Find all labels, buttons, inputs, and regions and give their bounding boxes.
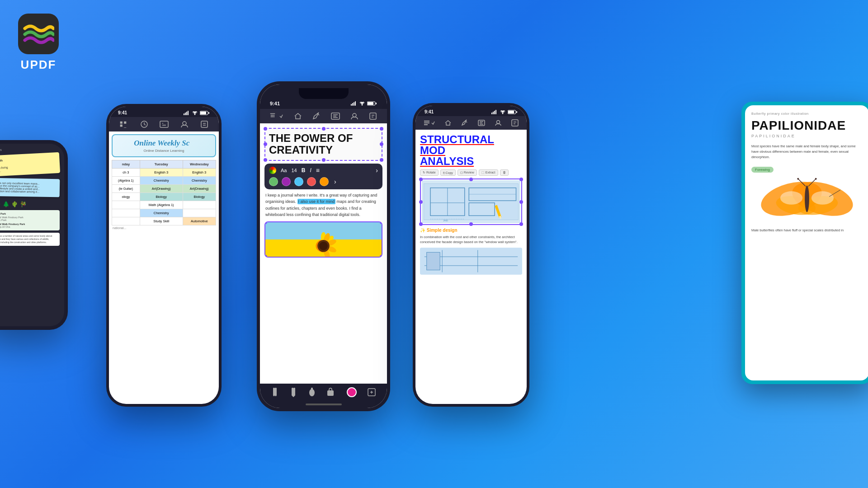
svg-rect-14: [351, 104, 352, 106]
tablet-right: Butterfly primary color illustration PAP…: [741, 102, 868, 384]
svg-point-75: [811, 191, 834, 205]
svg-point-23: [353, 113, 356, 117]
svg-rect-48: [508, 111, 514, 113]
svg-point-12: [183, 122, 186, 125]
phone-structural: 9:41: [413, 103, 529, 407]
svg-rect-15: [352, 103, 353, 106]
svg-rect-52: [512, 120, 518, 126]
svg-point-4: [194, 113, 196, 115]
tablet-category: Butterfly primary color illustration: [751, 112, 863, 116]
svg-rect-69: [427, 252, 440, 270]
chemistry-cell-2: Chemistry: [140, 209, 183, 217]
svg-rect-20: [368, 102, 373, 105]
svg-rect-3: [188, 111, 189, 115]
simple-design-label: ✨ Simple design: [420, 228, 522, 233]
svg-rect-0: [184, 113, 184, 115]
svg-rect-1: [185, 113, 186, 115]
forewing-badge: Forewing: [751, 167, 774, 173]
svg-rect-13: [201, 121, 208, 127]
svg-rect-39: [311, 388, 313, 390]
structural-time: 9:41: [425, 109, 434, 114]
svg-point-74: [780, 191, 802, 205]
schedule-title: Online Weekly Sch: [116, 139, 212, 148]
chemistry-cell: Chemistry: [140, 177, 183, 185]
svg-point-18: [362, 104, 363, 106]
tablet-desc2: Male butterflies often have fluff or spe…: [751, 228, 863, 233]
phone-left-dark: Daily Notes This Math Being maintain liv…: [0, 140, 68, 330]
color-picker[interactable]: [347, 387, 357, 397]
font-size: 14: [291, 168, 297, 173]
svg-rect-21: [376, 103, 377, 104]
svg-rect-11: [160, 121, 168, 127]
svg-point-79: [797, 178, 799, 180]
svg-rect-6: [200, 112, 206, 114]
svg-rect-43: [493, 112, 494, 114]
phone-center: 9:41: [257, 81, 390, 411]
svg-text:2400: 2400: [443, 220, 448, 222]
phone-schedule: 9:41 Online Weekly Sch: [106, 104, 222, 407]
svg-rect-2: [186, 112, 187, 115]
devices-container: Daily Notes This Math Being maintain liv…: [0, 0, 868, 488]
center-time: 9:41: [270, 101, 280, 106]
svg-point-37: [319, 242, 328, 250]
svg-point-76: [805, 185, 809, 212]
tablet-subtitle: PAPILIONIDAE: [751, 134, 863, 138]
svg-rect-49: [516, 111, 517, 113]
svg-rect-17: [355, 101, 356, 106]
svg-point-51: [496, 121, 500, 124]
structural-title: STRUCTURAL MODANALYSIS: [420, 134, 522, 167]
doc-main-title: THE POWER OF CREATIVITY: [269, 132, 378, 156]
schedule-time: 9:41: [118, 110, 127, 115]
svg-rect-45: [495, 110, 496, 114]
svg-point-46: [502, 113, 504, 114]
svg-rect-40: [327, 390, 334, 396]
svg-rect-16: [354, 102, 354, 106]
schedule-subtitle: Online Distance Learning: [116, 149, 212, 153]
doc-body: I keep a journal where I write. It's a g…: [260, 192, 387, 218]
svg-rect-7: [208, 112, 209, 114]
svg-line-10: [144, 124, 146, 125]
tablet-main-title: PAPILIONIDAE: [751, 118, 863, 133]
svg-rect-44: [494, 111, 495, 114]
tablet-desc1: Most species have the same male and fema…: [751, 144, 863, 160]
svg-rect-24: [370, 113, 376, 119]
svg-rect-42: [491, 113, 492, 114]
structural-desc: In combination with the cost and other c…: [420, 235, 522, 245]
svg-point-80: [815, 178, 817, 180]
svg-rect-53: [424, 183, 519, 220]
